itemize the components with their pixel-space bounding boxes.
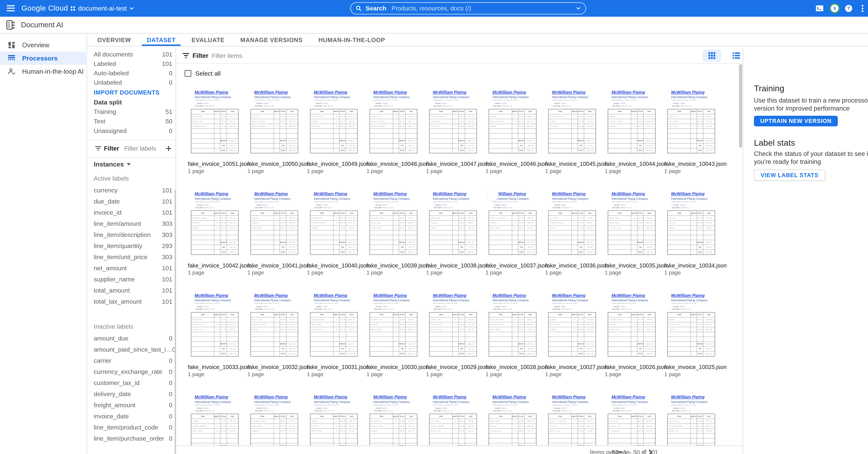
document-card[interactable]: McWilliam PipingInternational Piping Com… xyxy=(307,188,361,276)
split-test[interactable]: Test50 xyxy=(87,116,176,126)
document-filename[interactable]: fake_invoice_10028.json xyxy=(486,364,548,370)
instances-dropdown[interactable]: Instances xyxy=(94,161,130,168)
previous-page-icon[interactable] xyxy=(642,450,646,454)
document-filename[interactable]: fake_invoice_10038.json xyxy=(426,262,488,269)
document-filename[interactable]: fake_invoice_10033.json xyxy=(188,364,250,370)
document-filename[interactable]: fake_invoice_10048.json xyxy=(367,161,429,167)
document-card[interactable]: McWilliam PipingInternational Piping Com… xyxy=(604,289,658,377)
document-filename[interactable]: fake_invoice_10042.json xyxy=(188,262,250,269)
invoice-thumbnail[interactable]: McWilliam PipingInternational Piping Com… xyxy=(367,188,420,260)
document-card[interactable]: McWilliam PipingInternational Piping Com… xyxy=(486,391,539,454)
invoice-thumbnail[interactable]: McWilliam PipingInternational Piping Com… xyxy=(367,289,420,362)
import-documents-button[interactable]: IMPORT DOCUMENTS xyxy=(94,89,159,96)
invoice-thumbnail[interactable]: McWilliam PipingInternational Piping Com… xyxy=(247,289,301,362)
search-bar[interactable]: Search Products, resources, docs (/) xyxy=(350,2,586,15)
filter-labels-input[interactable]: Filter labels xyxy=(124,145,156,152)
inactive-label-row[interactable]: delivery_date0 xyxy=(87,389,176,400)
inactive-label-row[interactable]: invoice_date0 xyxy=(87,411,176,422)
document-filename[interactable]: fake_invoice_10029.json xyxy=(426,364,488,370)
tab-overview[interactable]: OVERVIEW xyxy=(92,33,136,46)
active-label-row[interactable]: total_amount101 xyxy=(87,285,176,296)
invoice-thumbnail[interactable]: McWilliam PipingInternational Piping Com… xyxy=(604,188,658,260)
invoice-thumbnail[interactable]: McWilliam PipingInternational Piping Com… xyxy=(307,289,361,362)
invoice-thumbnail[interactable]: McWilliam PipingInternational Piping Com… xyxy=(664,391,718,454)
document-filename[interactable]: fake_invoice_10036.json xyxy=(545,262,608,269)
document-filename[interactable]: fake_invoice_10050.json xyxy=(247,161,310,167)
document-card[interactable]: McWilliam PipingInternational Piping Com… xyxy=(486,86,539,174)
document-card[interactable]: McWilliam PipingInternational Piping Com… xyxy=(486,188,539,276)
document-card[interactable]: McWilliam PipingInternational Piping Com… xyxy=(188,86,242,174)
document-card[interactable]: McWilliam PipingInternational Piping Com… xyxy=(367,188,420,276)
active-label-row[interactable]: line_item/unit_price303 xyxy=(87,252,176,263)
page-size-value[interactable]: 50 xyxy=(612,449,619,454)
active-label-row[interactable]: net_amount101 xyxy=(87,263,176,274)
document-filename[interactable]: fake_invoice_10049.json xyxy=(307,161,369,167)
invoice-thumbnail[interactable]: McWilliam PipingInternational Piping Com… xyxy=(367,391,420,454)
invoice-thumbnail[interactable]: McWilliam PipingInternational Piping Com… xyxy=(545,391,599,454)
invoice-thumbnail[interactable]: McWilliam PipingInternational Piping Com… xyxy=(247,86,301,158)
inactive-label-row[interactable]: amount_due0 xyxy=(87,333,176,344)
document-filename[interactable]: fake_invoice_10041.json xyxy=(247,262,310,269)
inactive-label-row[interactable]: line_item/product_code0 xyxy=(87,422,176,433)
active-label-row[interactable]: total_tax_amount101 xyxy=(87,296,176,307)
document-filename[interactable]: fake_invoice_10034.json xyxy=(664,262,727,269)
inactive-label-row[interactable]: line_item/purchase_order0 xyxy=(87,433,176,444)
page-size-caret-icon[interactable] xyxy=(619,451,622,453)
document-card[interactable]: McWilliam PipingInternational Piping Com… xyxy=(307,86,361,174)
invoice-thumbnail[interactable]: McWilliam PipingInternational Piping Com… xyxy=(604,86,658,158)
tab-human-in-the-loop[interactable]: HUMAN-IN-THE-LOOP xyxy=(313,33,390,46)
document-card[interactable]: McWilliam PipingInternational Piping Com… xyxy=(188,391,242,454)
active-label-row[interactable]: supplier_name101 xyxy=(87,274,176,285)
document-card[interactable]: McWilliam PipingInternational Piping Com… xyxy=(486,289,539,377)
invoice-thumbnail[interactable]: McWilliam PipingInternational Piping Com… xyxy=(188,289,242,362)
next-page-icon[interactable] xyxy=(649,450,653,454)
notifications-badge[interactable]: 5 xyxy=(829,0,840,17)
document-filename[interactable]: fake_invoice_10030.json xyxy=(367,364,429,370)
active-label-row[interactable]: invoice_id101 xyxy=(87,207,176,218)
google-cloud-logo[interactable]: Google Cloud xyxy=(22,4,68,12)
menu-icon[interactable] xyxy=(7,5,15,11)
document-filename[interactable]: fake_invoice_10026.json xyxy=(604,364,667,370)
invoice-thumbnail[interactable]: McWilliam PipingInternational Piping Com… xyxy=(188,86,242,158)
document-card[interactable]: McWilliam PipingInternational Piping Com… xyxy=(664,86,718,174)
invoice-thumbnail[interactable]: McWilliam PipingInternational Piping Com… xyxy=(307,86,361,158)
document-card[interactable]: McWilliam PipingInternational Piping Com… xyxy=(307,391,361,454)
document-card[interactable]: McWilliam PipingInternational Piping Com… xyxy=(367,391,420,454)
invoice-thumbnail[interactable]: McWilliam PipingInternational Piping Com… xyxy=(664,289,718,362)
invoice-thumbnail[interactable]: McWilliam PipingInternational Piping Com… xyxy=(545,289,599,362)
cloud-shell-icon[interactable] xyxy=(815,0,824,17)
document-card[interactable]: McWilliam PipingInternational Piping Com… xyxy=(604,391,658,454)
document-filename[interactable]: fake_invoice_10035.json xyxy=(604,262,667,269)
invoice-thumbnail[interactable]: McWilliam PipingInternational Piping Com… xyxy=(604,391,658,454)
document-card[interactable]: McWilliam PipingInternational Piping Com… xyxy=(247,86,301,174)
tab-dataset[interactable]: DATASET xyxy=(142,33,181,46)
invoice-thumbnail[interactable]: McWilliam PipingInternational Piping Com… xyxy=(664,86,718,158)
document-card[interactable]: McWilliam PipingInternational Piping Com… xyxy=(545,188,599,276)
view-label-stats-button[interactable]: VIEW LABEL STATS xyxy=(754,170,825,181)
active-label-row[interactable]: line_item/amount303 xyxy=(87,218,176,229)
document-filename[interactable]: fake_invoice_10044.json xyxy=(604,161,667,167)
invoice-thumbnail[interactable]: McWilliam PipingInternational Piping Com… xyxy=(307,391,361,454)
document-card[interactable]: McWilliam PipingInternational Piping Com… xyxy=(664,188,718,276)
inactive-label-row[interactable]: amount_paid_since_last_i…0 xyxy=(87,344,176,355)
document-filename[interactable]: fake_invoice_10027.json xyxy=(545,364,608,370)
invoice-thumbnail[interactable]: McWilliam PipingInternational Piping Com… xyxy=(426,188,480,260)
document-card[interactable]: McWilliam PipingInternational Piping Com… xyxy=(426,289,480,377)
invoice-thumbnail[interactable]: McWilliam PipingInternational Piping Com… xyxy=(545,86,599,158)
document-filename[interactable]: fake_invoice_10031.json xyxy=(307,364,369,370)
document-filename[interactable]: fake_invoice_10032.json xyxy=(247,364,310,370)
tab-manage-versions[interactable]: MANAGE VERSIONS xyxy=(235,33,308,46)
document-filename[interactable]: fake_invoice_10025.json xyxy=(664,364,727,370)
sidebar-item-overview[interactable]: Overview xyxy=(0,38,87,52)
main-scrollbar[interactable] xyxy=(739,64,742,148)
sidebar-item-processors[interactable]: Processors xyxy=(0,52,87,65)
document-card[interactable]: McWilliam PipingInternational Piping Com… xyxy=(545,391,599,454)
document-filename[interactable]: fake_invoice_10047.json xyxy=(426,161,488,167)
invoice-thumbnail[interactable]: McWilliam PipingInternational Piping Com… xyxy=(426,391,480,454)
invoice-thumbnail[interactable]: McWilliam PipingInternational Piping Com… xyxy=(486,391,539,454)
document-card[interactable]: McWilliam PipingInternational Piping Com… xyxy=(426,391,480,454)
invoice-thumbnail[interactable]: McWilliam PipingInternational Piping Com… xyxy=(486,188,539,260)
document-filename[interactable]: fake_invoice_10045.json xyxy=(545,161,608,167)
active-label-row[interactable]: currency101 xyxy=(87,185,176,196)
document-card[interactable]: McWilliam PipingInternational Piping Com… xyxy=(188,289,242,377)
